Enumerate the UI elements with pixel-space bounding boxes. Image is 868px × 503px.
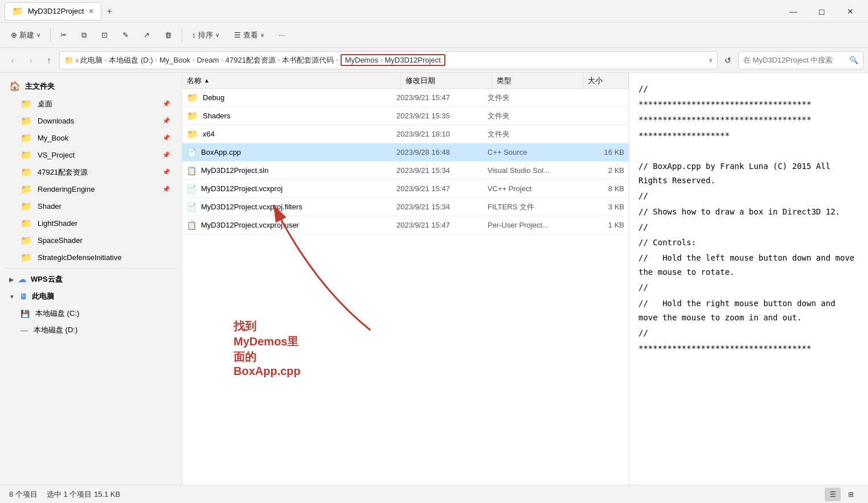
file-size: 2 KB — [579, 166, 624, 175]
table-row[interactable]: 📄 MyD3D12Project.vcxproj.filters 2023/9/… — [182, 198, 629, 216]
address-dropdown-icon[interactable]: ∨ — [709, 57, 713, 63]
sidebar-wps[interactable]: ▶ ☁ WPS云盘 — [0, 271, 182, 288]
main-layout: 🏠 主文件夹 📁 桌面 📌 📁 Downloads 📌 📁 My_Book 📌 … — [0, 73, 868, 485]
sidebar-item-47921[interactable]: 📁 47921配套资源 📌 — [2, 164, 179, 180]
back-button[interactable]: ‹ — [5, 52, 21, 68]
paste-button[interactable]: ⊡ — [95, 28, 114, 42]
file-name-text: MyD3D12Project.vcxproj.user — [201, 221, 299, 229]
forward-button[interactable]: › — [23, 52, 39, 68]
folder-icon: 📁 — [187, 92, 198, 103]
minimize-button[interactable]: — — [780, 2, 806, 20]
list-view-button[interactable]: ☰ — [825, 488, 841, 501]
delete-button[interactable]: 🗑 — [158, 28, 178, 42]
address-bar: ‹ › ↑ 📁 › 此电脑 › 本地磁盘 (D:) › My_Book › Dr… — [0, 48, 868, 73]
active-tab[interactable]: 📁 MyD3D12Project ✕ — [5, 2, 101, 20]
sort-button[interactable]: ↕ 排序 ∨ — [186, 27, 226, 43]
folder-icon: 📁 — [21, 218, 32, 229]
separator-2 — [182, 28, 182, 42]
table-row[interactable]: 📋 MyD3D12Project.sln 2023/9/21 15:34 Vis… — [182, 162, 629, 180]
view-button[interactable]: ☰ 查看 ∨ — [228, 27, 271, 43]
file-name-text: MyD3D12Project.vcxproj — [201, 184, 282, 193]
preview-line: // — [638, 326, 859, 340]
new-tab-button[interactable]: + — [101, 3, 117, 19]
folder-icon: 📁 — [21, 133, 32, 143]
preview-line: // — [638, 220, 859, 234]
status-bar: 8 个项目 选中 1 个项目 15.1 KB ☰ ⊞ — [0, 485, 868, 503]
sidebar-item-spaceshader[interactable]: 📁 SpaceShader — [2, 232, 179, 249]
sidebar-item-rendering[interactable]: 📁 RenderingEngine 📌 — [2, 181, 179, 197]
rename-button[interactable]: ✎ — [116, 28, 135, 42]
file-name-text: Shaders — [203, 112, 230, 120]
preview-line: // — [638, 189, 859, 203]
table-row[interactable]: 📄 BoxApp.cpp 2023/9/28 16:48 C++ Source … — [182, 143, 629, 162]
sidebar-item-disk-d[interactable]: — 本地磁盘 (D:) — [2, 322, 179, 338]
file-size: 16 KB — [579, 148, 624, 156]
col-header-date[interactable]: 修改日期 — [401, 73, 492, 89]
path-arrow-1: › — [105, 57, 107, 63]
cut-button[interactable]: ✂ — [54, 28, 73, 42]
sidebar-item-vsproject[interactable]: 📁 VS_Project 📌 — [2, 147, 179, 163]
flt-icon: 📄 — [187, 203, 196, 212]
cpp-icon: 📄 — [187, 148, 196, 157]
col-header-name[interactable]: 名称 ▲ — [182, 73, 401, 89]
file-type: C++ Source — [488, 148, 579, 156]
col-header-type[interactable]: 类型 — [492, 73, 583, 89]
path-arrow-3: › — [193, 57, 194, 63]
file-name-text: Debug — [203, 93, 224, 102]
view-icon: ☰ — [234, 31, 241, 39]
more-icon: ··· — [279, 31, 285, 39]
folder-icon: 📁 — [21, 98, 32, 109]
sidebar-divider-1 — [5, 268, 177, 269]
close-button[interactable]: ✕ — [837, 2, 863, 20]
sidebar-item-downloads[interactable]: 📁 Downloads 📌 — [2, 113, 179, 129]
sidebar: 🏠 主文件夹 📁 桌面 📌 📁 Downloads 📌 📁 My_Book 📌 … — [0, 73, 182, 485]
preview-line: // — [638, 82, 859, 96]
search-icon: 🔍 — [849, 56, 858, 64]
folder-icon: 📁 — [187, 129, 198, 139]
file-date: 2023/9/21 15:47 — [396, 221, 488, 229]
more-button[interactable]: ··· — [273, 28, 292, 42]
new-button[interactable]: ⊕ 新建 ∨ — [5, 27, 47, 43]
rename-icon: ✎ — [122, 31, 129, 39]
table-row[interactable]: 📋 MyD3D12Project.vcxproj.user 2023/9/21 … — [182, 216, 629, 234]
table-row[interactable]: 📁 Debug 2023/9/21 15:47 文件夹 — [182, 89, 629, 107]
tab-close-button[interactable]: ✕ — [88, 7, 94, 15]
file-name-text: MyD3D12Project.sln — [201, 166, 269, 175]
sidebar-item-mybook[interactable]: 📁 My_Book 📌 — [2, 130, 179, 146]
table-row[interactable]: 📄 MyD3D12Project.vcxproj 2023/9/21 15:47… — [182, 180, 629, 198]
folder-icon: 📁 — [21, 252, 32, 263]
file-name-text: MyD3D12Project.vcxproj.filters — [201, 203, 302, 211]
computer-icon: 🖥 — [19, 292, 27, 301]
sln-icon: 📋 — [187, 166, 196, 175]
col-header-size[interactable]: 大小 — [583, 73, 629, 89]
sidebar-computer[interactable]: ▼ 🖥 此电脑 — [0, 288, 182, 305]
search-box[interactable]: 🔍 — [738, 51, 863, 69]
path-segment-mydemos: MyDemos — [345, 56, 379, 64]
sidebar-home[interactable]: 🏠 主文件夹 — [0, 77, 182, 95]
file-type: FILTERS 文件 — [488, 202, 579, 212]
folder-icon: 📁 — [187, 110, 198, 121]
sidebar-item-strategic[interactable]: 📁 StrategicDefenseInitiative — [2, 249, 179, 266]
grid-view-button[interactable]: ⊞ — [843, 488, 859, 501]
copy-button[interactable]: ⧉ — [75, 28, 93, 43]
file-type: VC++ Project — [488, 184, 579, 193]
preview-line: ************************************ — [638, 97, 859, 112]
restore-button[interactable]: ◻ — [809, 2, 835, 20]
sidebar-item-lightshader[interactable]: 📁 LightShader — [2, 215, 179, 232]
share-button[interactable]: ↗ — [137, 28, 156, 42]
toolbar: ⊕ 新建 ∨ ✂ ⧉ ⊡ ✎ ↗ 🗑 ↕ 排序 ∨ ☰ 查看 — [0, 23, 868, 48]
table-row[interactable]: 📁 x64 2023/9/21 18:10 文件夹 — [182, 125, 629, 143]
address-box[interactable]: 📁 › 此电脑 › 本地磁盘 (D:) › My_Book › Dream › … — [59, 51, 718, 69]
file-date: 2023/9/21 15:35 — [396, 112, 488, 120]
sidebar-item-desktop[interactable]: 📁 桌面 📌 — [2, 96, 179, 112]
usr-icon: 📋 — [187, 221, 196, 230]
search-input[interactable] — [743, 56, 847, 64]
preview-panel: //**************************************… — [629, 73, 868, 485]
table-row[interactable]: 📁 Shaders 2023/9/21 15:35 文件夹 — [182, 107, 629, 125]
sidebar-item-disk-c[interactable]: 💾 本地磁盘 (C:) — [2, 306, 179, 321]
sidebar-item-shader[interactable]: 📁 Shader — [2, 198, 179, 215]
file-type: Per-User Project... — [488, 221, 579, 229]
file-name-text: x64 — [203, 130, 215, 138]
refresh-button[interactable]: ↺ — [720, 52, 736, 68]
up-button[interactable]: ↑ — [41, 52, 57, 68]
